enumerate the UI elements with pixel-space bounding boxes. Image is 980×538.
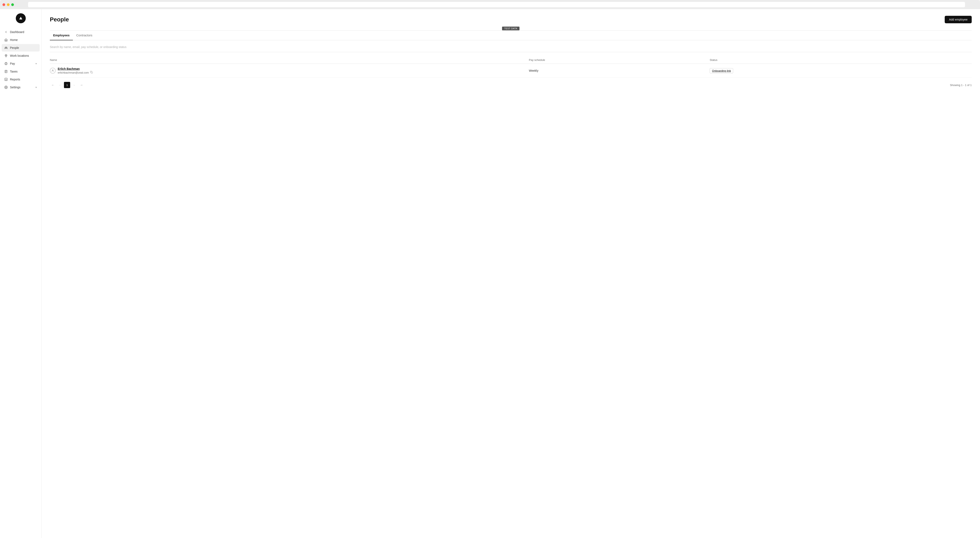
sidebar-item-home[interactable]: Home (2, 36, 40, 44)
sidebar-item-taxes[interactable]: Taxes (2, 68, 40, 75)
chevron-down-icon: ▼ (35, 62, 37, 65)
sidebar-item-settings[interactable]: Settings ▼ (2, 83, 40, 91)
app-container: Dashboard Home (0, 9, 980, 538)
svg-rect-16 (91, 72, 92, 73)
sidebar-item-reports[interactable]: Reports (2, 76, 40, 83)
pagination-controls: ⇤ ‹ 1 › ⇥ (50, 82, 84, 88)
logo-icon (19, 16, 23, 21)
arrow-left-icon (4, 30, 8, 34)
svg-point-4 (6, 55, 6, 56)
tab-contractors[interactable]: Contractors (73, 30, 96, 40)
sidebar-item-label: Dashboard (10, 30, 24, 34)
svg-point-3 (6, 47, 7, 48)
table-header: Name Pay schedule Status (50, 56, 972, 64)
sidebar-item-label: Home (10, 38, 18, 42)
minimize-button[interactable] (7, 3, 10, 6)
home-icon (4, 38, 8, 42)
test-data-label: TEST DATA (502, 27, 519, 30)
tabs-container: Employees Contractors (50, 30, 972, 40)
employees-table: Name Pay schedule Status (50, 56, 972, 78)
search-container (50, 45, 972, 52)
employee-email: erlichbachman@zeal.com (58, 71, 93, 74)
sidebar-item-people[interactable]: People (2, 44, 40, 51)
status-cell: Onboarding link (710, 64, 972, 78)
sidebar: Dashboard Home (0, 9, 41, 538)
pay-icon (4, 62, 8, 65)
chevron-down-icon: ▼ (35, 86, 37, 88)
add-employee-button[interactable]: Add employee (945, 16, 972, 23)
svg-marker-0 (19, 17, 22, 19)
close-button[interactable] (3, 3, 5, 6)
svg-point-14 (6, 87, 6, 88)
search-input[interactable] (50, 45, 972, 49)
avatar (50, 68, 56, 73)
main-content: People Add employee TEST DATA Employees … (41, 9, 980, 538)
address-bar[interactable] (28, 2, 965, 7)
sidebar-nav: Dashboard Home (0, 28, 41, 91)
sidebar-item-label: Reports (10, 78, 20, 81)
svg-point-15 (52, 70, 53, 71)
sidebar-item-work-locations[interactable]: Work locations (2, 52, 40, 59)
people-icon (4, 46, 8, 49)
col-pay-schedule: Pay schedule (529, 56, 710, 64)
col-name: Name (50, 56, 529, 64)
col-status: Status (710, 56, 972, 64)
app-logo[interactable] (16, 13, 26, 23)
test-data-banner: TEST DATA (50, 27, 972, 30)
next-page-button[interactable]: › (71, 82, 77, 88)
maximize-button[interactable] (11, 3, 14, 6)
pagination: ⇤ ‹ 1 › ⇥ Showing 1 - 1 of 1 (50, 82, 972, 88)
page-1-button[interactable]: 1 (64, 82, 70, 88)
sidebar-item-label: Settings (10, 86, 21, 89)
page-header: People Add employee (50, 16, 972, 23)
taxes-icon (4, 70, 8, 73)
titlebar (0, 0, 980, 9)
pay-schedule-cell: Weekly (529, 64, 710, 78)
table-body: Erlich Bachman erlichbachman@zeal.com (50, 64, 972, 78)
name-cell-container: Erlich Bachman erlichbachman@zeal.com (50, 67, 529, 74)
tab-employees[interactable]: Employees (50, 30, 73, 40)
last-page-button[interactable]: ⇥ (78, 82, 84, 88)
pagination-info: Showing 1 - 1 of 1 (950, 83, 972, 87)
page-title: People (50, 16, 69, 23)
prev-page-button[interactable]: ‹ (57, 82, 63, 88)
svg-point-1 (6, 47, 6, 48)
employee-name-link[interactable]: Erlich Bachman (58, 67, 93, 70)
copy-email-icon[interactable] (90, 71, 93, 74)
name-email-group: Erlich Bachman erlichbachman@zeal.com (58, 67, 93, 74)
settings-icon (4, 85, 8, 89)
svg-point-2 (5, 47, 6, 48)
sidebar-item-label: People (10, 46, 19, 49)
reports-icon (4, 78, 8, 81)
location-icon (4, 54, 8, 57)
sidebar-item-pay[interactable]: Pay ▼ (2, 60, 40, 67)
onboarding-link[interactable]: Onboarding link (710, 68, 733, 73)
employee-name-cell: Erlich Bachman erlichbachman@zeal.com (50, 64, 529, 78)
table-row: Erlich Bachman erlichbachman@zeal.com (50, 64, 972, 78)
sidebar-item-label: Pay (10, 62, 15, 65)
sidebar-item-label: Taxes (10, 70, 18, 73)
first-page-button[interactable]: ⇤ (50, 82, 56, 88)
sidebar-item-dashboard[interactable]: Dashboard (2, 28, 40, 36)
sidebar-item-label: Work locations (10, 54, 29, 57)
